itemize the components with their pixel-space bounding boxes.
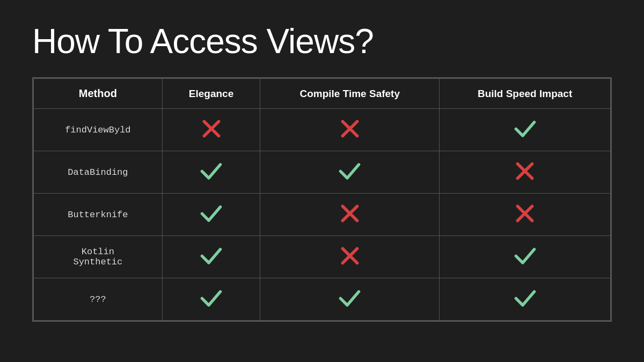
check-icon [513,116,537,141]
cell-compile-time-safety [260,278,440,321]
cell-elegance [162,109,260,151]
cell-elegance [162,236,260,278]
cell-build-speed-impact [440,194,611,236]
cell-elegance [162,278,260,321]
cell-method: DataBinding [34,151,163,194]
table-row: Butterknife [34,194,611,236]
table-row: DataBinding [34,151,611,194]
table-header-row: Method Elegance Compile Time Safety Buil… [34,79,611,109]
cell-method: ??? [34,278,163,321]
check-icon [199,286,223,310]
cell-compile-time-safety [260,194,440,236]
col-header-method: Method [34,79,163,109]
cross-icon [514,160,536,182]
cross-icon [339,245,361,267]
cell-compile-time-safety [260,109,440,151]
cell-compile-time-safety [260,236,440,278]
check-icon [513,243,537,268]
check-icon [199,201,223,225]
cell-method: findViewByld [34,109,163,151]
cell-build-speed-impact [440,151,611,194]
check-icon [338,159,362,183]
cross-icon [339,203,361,224]
table-row: Kotlin Synthetic [34,236,611,278]
check-icon [199,159,223,183]
cell-build-speed-impact [440,236,611,278]
col-header-elegance: Elegance [162,79,260,109]
cross-icon [514,203,536,224]
cell-elegance [162,194,260,236]
table-row: ??? [34,278,611,321]
col-header-build-speed-impact: Build Speed Impact [440,79,611,109]
check-icon [338,286,362,310]
check-icon [513,286,537,310]
cross-icon [339,118,361,139]
table-row: findViewByld [34,109,611,151]
cell-method: Kotlin Synthetic [34,236,163,278]
cross-icon [201,118,222,139]
page-title: How To Access Views? [32,21,374,61]
cell-build-speed-impact [440,278,611,321]
cell-build-speed-impact [440,109,611,151]
check-icon [199,243,223,268]
cell-compile-time-safety [260,151,440,194]
comparison-table: Method Elegance Compile Time Safety Buil… [32,77,612,322]
cell-elegance [162,151,260,194]
col-header-compile-time-safety: Compile Time Safety [260,79,440,109]
cell-method: Butterknife [34,194,163,236]
